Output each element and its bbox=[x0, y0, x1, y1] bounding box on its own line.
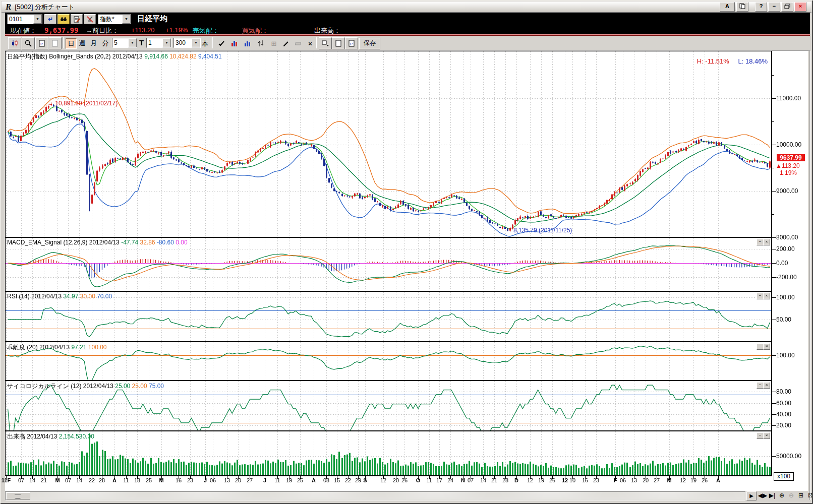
check-pen-icon bbox=[218, 40, 225, 47]
panel-header-macd: MACD_EMA_Signal (12,26,9) 2012/04/13 -47… bbox=[7, 239, 188, 246]
page-icon: P bbox=[39, 40, 45, 47]
panel-close-button[interactable]: × bbox=[763, 343, 770, 350]
x-axis-label: 23 bbox=[593, 477, 599, 483]
page-icon bbox=[52, 40, 58, 47]
sort-button[interactable] bbox=[254, 37, 267, 49]
period-minute-button[interactable]: 分 bbox=[100, 38, 110, 48]
chevron-down-icon[interactable]: ▼ bbox=[33, 15, 42, 24]
chevron-down-icon[interactable]: ▼ bbox=[122, 15, 131, 24]
x-axis-label: 14 bbox=[76, 477, 82, 483]
chart-canvas[interactable] bbox=[5, 51, 777, 480]
save-button[interactable]: 保存 bbox=[359, 38, 380, 49]
panel-close-button[interactable]: × bbox=[763, 382, 770, 389]
x-axis-label: 07 bbox=[468, 477, 474, 483]
x-axis-label: 26 bbox=[702, 477, 708, 483]
font-button[interactable]: A bbox=[720, 2, 735, 12]
x-axis-label: 12 bbox=[527, 477, 533, 483]
grid-layout-button[interactable]: ⊞ bbox=[267, 37, 280, 49]
minute-value: 5 bbox=[112, 39, 128, 46]
x-axis-label: 12 bbox=[680, 477, 686, 483]
x-axis-label: 18 bbox=[134, 477, 140, 483]
eraser-button[interactable] bbox=[292, 37, 305, 49]
header-segment: -47.74 bbox=[121, 239, 140, 246]
scrollbar-track[interactable] bbox=[5, 491, 745, 500]
zoom-in-icon[interactable]: ⊕ bbox=[777, 491, 787, 499]
category-value: 指数* bbox=[98, 15, 122, 24]
load-page-button[interactable]: P bbox=[345, 37, 358, 49]
axis-tick-label: 60.00 bbox=[776, 400, 791, 407]
high-low-readout: H: -11.51% L: 18.46% bbox=[610, 57, 768, 65]
x-axis-label: 26 bbox=[549, 477, 555, 483]
period-day-button[interactable]: 日 bbox=[66, 38, 77, 49]
panel-close-button[interactable]: × bbox=[763, 239, 770, 245]
symbol-code-input[interactable]: 0101 ▼ bbox=[7, 14, 42, 24]
x-axis-label: 13 bbox=[631, 477, 637, 483]
copy-window-button[interactable] bbox=[736, 2, 748, 12]
axis-tick-label: 10000.00 bbox=[776, 141, 801, 148]
pencil-icon bbox=[283, 40, 289, 47]
quote-bar: 0101 ▼ ↵ 指数* ▼ 日経平均 現在値： 9,637.99 →前日比： … bbox=[5, 13, 810, 34]
axis-tick-label: 11000.00 bbox=[776, 95, 801, 102]
expand-horizontal-icon[interactable]: ◀▶ bbox=[758, 491, 768, 499]
bar-count-select[interactable]: 300 ▼ bbox=[173, 38, 201, 48]
horizontal-scrollbar: ▶◀▶▶|⊕⊖⊞⊠ bbox=[5, 491, 808, 500]
x-axis-label: 11 bbox=[123, 477, 129, 483]
candlestick-chart-button[interactable] bbox=[8, 37, 21, 49]
search-binoculars-button[interactable] bbox=[57, 14, 70, 24]
help-button[interactable]: ? bbox=[755, 2, 767, 12]
title-bar: R [5002] 分析チャート bbox=[2, 2, 811, 13]
header-segment: サイコロジカルライン (12) 2012/04/13 bbox=[7, 383, 115, 390]
go-to-end-icon[interactable]: ▶| bbox=[767, 491, 777, 499]
period-month-button[interactable]: 月 bbox=[89, 38, 99, 48]
panel-header-psych: サイコロジカルライン (12) 2012/04/13 25.00 25.00 7… bbox=[7, 382, 164, 391]
x-axis-label: 26 bbox=[401, 477, 408, 483]
enter-button[interactable]: ↵ bbox=[44, 14, 56, 24]
edit-list-button[interactable] bbox=[71, 14, 83, 24]
save-page-button[interactable] bbox=[332, 37, 345, 49]
panel-close-button[interactable]: × bbox=[763, 293, 770, 299]
panel-close-button[interactable]: × bbox=[763, 432, 770, 439]
x-axis-label: 16 bbox=[176, 477, 182, 483]
panel-minimize-button[interactable]: − bbox=[757, 293, 764, 299]
panel-minimize-button[interactable]: − bbox=[757, 239, 764, 245]
chevron-down-icon[interactable]: ▼ bbox=[162, 38, 171, 47]
x-axis-label: 20 bbox=[393, 477, 399, 483]
panel-minimize-button[interactable]: − bbox=[757, 343, 764, 350]
restore-icon bbox=[784, 4, 790, 9]
chevron-down-icon[interactable]: ▼ bbox=[192, 38, 200, 47]
close-button[interactable]: × bbox=[794, 2, 806, 12]
delete-button[interactable]: × bbox=[304, 37, 317, 49]
panel-minimize-button[interactable]: − bbox=[757, 432, 764, 439]
pen-check-button[interactable] bbox=[215, 37, 228, 49]
x-axis-label: 06 bbox=[620, 477, 626, 483]
new-page-button[interactable]: P bbox=[35, 37, 48, 49]
header-segment: 日経平均(指数) Bollinger_Bands (20,2) 2012/04/… bbox=[7, 53, 144, 60]
grid-view-icon[interactable]: ⊞ bbox=[796, 491, 806, 499]
scroll-step-button[interactable]: ▶ bbox=[746, 491, 757, 500]
page-copy-button[interactable] bbox=[48, 37, 62, 49]
minute-select[interactable]: 5 ▼ bbox=[112, 38, 137, 48]
zoom-out-icon[interactable]: ⊖ bbox=[786, 491, 796, 499]
compare-chart-button[interactable] bbox=[228, 37, 241, 49]
category-select[interactable]: 指数* ▼ bbox=[98, 14, 131, 24]
chevron-down-icon[interactable]: ▼ bbox=[128, 38, 137, 47]
tick-value: 1 bbox=[147, 39, 162, 46]
change-value: +113.20 bbox=[131, 26, 154, 34]
clear-draw-button[interactable] bbox=[84, 14, 96, 24]
bar-unit-label: 本 bbox=[202, 39, 208, 48]
period-week-button[interactable]: 週 bbox=[77, 38, 87, 48]
page-icon: P bbox=[349, 40, 355, 47]
x-axis-label: 10 bbox=[569, 477, 575, 483]
x-axis-label: 11 bbox=[274, 477, 280, 483]
volume-chart-button[interactable] bbox=[241, 37, 254, 49]
panel-minimize-button[interactable]: − bbox=[757, 382, 764, 389]
tick-select[interactable]: 1 ▼ bbox=[146, 38, 171, 48]
minimize-button[interactable]: − bbox=[768, 2, 780, 12]
window-layout-button[interactable] bbox=[319, 37, 332, 49]
header-segment: 97.21 bbox=[71, 344, 88, 351]
header-segment: -80.60 bbox=[157, 239, 176, 246]
scrollbar-thumb[interactable] bbox=[6, 492, 30, 499]
zoom-tool-button[interactable] bbox=[22, 37, 35, 49]
restore-button[interactable] bbox=[781, 2, 793, 12]
draw-pencil-button[interactable] bbox=[279, 37, 293, 49]
